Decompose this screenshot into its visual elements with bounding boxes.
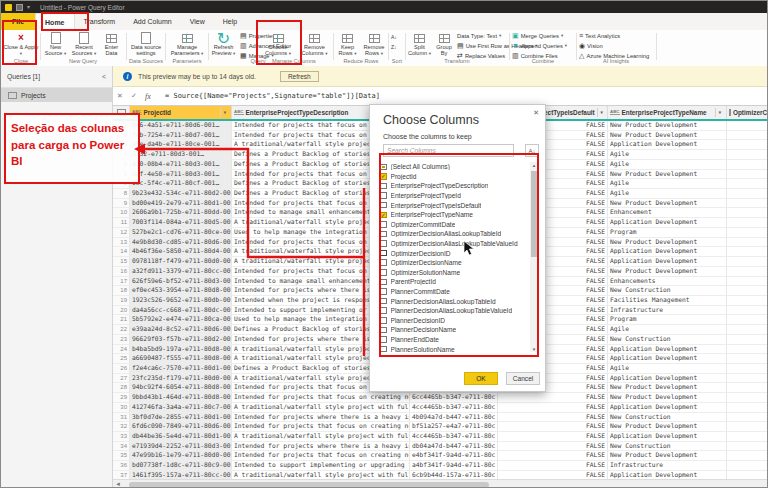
cell[interactable]: 17: [113, 277, 130, 286]
column-item[interactable]: ✓EnterpriseProjectTypeName: [380, 210, 538, 220]
checkbox-icon[interactable]: ✓: [380, 212, 387, 219]
column-header-commitdate[interactable]: OptimizerCommitDat: [727, 106, 768, 119]
cell[interactable]: Intended for projects that focus on crea…: [232, 393, 410, 402]
cell[interactable]: a6690487-f555-e711-80d8-001…: [130, 354, 232, 363]
cell[interactable]: New Construction: [608, 286, 727, 295]
column-item[interactable]: OptimizerDecisionAliasLookupTableValueId: [380, 239, 538, 249]
cell[interactable]: [727, 286, 768, 295]
dialog-scrollbar-thumb[interactable]: [531, 171, 537, 257]
cell[interactable]: Application Development: [608, 403, 727, 412]
checkbox-icon[interactable]: [380, 221, 387, 228]
cell[interactable]: FALSE: [498, 432, 608, 441]
cell[interactable]: 47e99b16-1e79-e711-80d0-001…: [130, 451, 232, 460]
cell[interactable]: db44be36-5e4d-e711-80d1-001…: [130, 432, 232, 441]
cell[interactable]: New Construction: [608, 335, 727, 344]
cell[interactable]: 1461f395-157a-e711-80cc-001…: [130, 471, 232, 479]
cell[interactable]: 26: [113, 364, 130, 373]
cell[interactable]: New Product Development: [608, 121, 727, 130]
cell[interactable]: 6cb9b44d-157a-e711-80c: [410, 471, 498, 479]
cell[interactable]: 9b23e432-534c-e711-80d2-001…: [130, 189, 232, 198]
cell[interactable]: A traditional/waterfall style project wi…: [232, 432, 410, 441]
cell[interactable]: 94bc92f4-6054-e711-80d8-001…: [130, 383, 232, 392]
cell[interactable]: a32fd911-3379-e711-80cc-001…: [130, 267, 232, 276]
cell[interactable]: [727, 131, 768, 140]
cell[interactable]: Enhancements: [608, 277, 727, 286]
cell[interactable]: New Product Development: [608, 238, 727, 247]
cell[interactable]: [727, 345, 768, 354]
cell[interactable]: Intended for projects that focus on crea…: [232, 451, 410, 460]
keep-rows-button[interactable]: Keep Rows ▾: [335, 31, 360, 57]
cell[interactable]: [727, 267, 768, 276]
table-row[interactable]: 326fd6c090-7849-e711-80d6-001…Intended f…: [113, 422, 768, 432]
cell[interactable]: 20: [113, 306, 130, 315]
cell[interactable]: FALSE: [498, 403, 608, 412]
column-item[interactable]: PlannerEndDate: [380, 335, 538, 345]
cell[interactable]: f4b-7254-e711-80d7-001…: [130, 131, 232, 140]
checkbox-icon[interactable]: [380, 279, 387, 286]
table-row[interactable]: 33db44be36-5e4d-e711-80d1-001…A traditio…: [113, 432, 768, 442]
quick-access-caret-icon[interactable]: ▾: [27, 4, 30, 10]
cell[interactable]: [727, 471, 768, 479]
scroll-left-icon[interactable]: ◄: [115, 481, 121, 487]
checkbox-icon[interactable]: [380, 202, 387, 209]
cell[interactable]: A traditional/waterfall style project wi…: [232, 403, 410, 412]
cell[interactable]: New Product Development: [608, 383, 727, 392]
collapse-panel-icon[interactable]: <: [102, 73, 106, 80]
table-row[interactable]: 299bbd43b1-464d-e711-80d8-001…Intended f…: [113, 393, 768, 403]
cell[interactable]: FALSE: [498, 471, 608, 479]
cell[interactable]: [727, 374, 768, 383]
scroll-down-icon[interactable]: ▾: [530, 346, 538, 352]
cell[interactable]: Agile: [608, 150, 727, 159]
cell[interactable]: 11: [113, 218, 130, 227]
checkbox-icon[interactable]: [380, 183, 387, 190]
ok-button[interactable]: OK: [464, 372, 498, 385]
tab-help[interactable]: Help: [214, 13, 246, 30]
cell[interactable]: 0ec-5f4c-e711-80cf-001…: [130, 179, 232, 188]
text-analytics-button[interactable]: ≡Text Analytics: [579, 31, 620, 40]
cell[interactable]: bd07738f-1d8c-e711-80c9-001…: [130, 461, 232, 470]
checkbox-icon[interactable]: [380, 346, 387, 353]
remove-rows-button[interactable]: Remove Rows ▾: [361, 31, 387, 57]
cell[interactable]: Application Development: [608, 374, 727, 383]
cell[interactable]: [727, 140, 768, 149]
cell[interactable]: [727, 422, 768, 431]
cell[interactable]: 4b46f36e-5850-e711-80d4-001…: [130, 247, 232, 256]
cell[interactable]: Intended for projects that focus on crea…: [232, 422, 410, 431]
cell[interactable]: New Product Development: [608, 393, 727, 402]
scroll-up-icon[interactable]: ▴: [530, 162, 538, 168]
cell[interactable]: [727, 325, 768, 334]
enter-data-button[interactable]: Enter Data: [99, 31, 124, 56]
cell[interactable]: Agile: [608, 364, 727, 373]
cell[interactable]: New Product Development: [608, 267, 727, 276]
append-queries-button[interactable]: ▼Append Queries ▾: [512, 41, 567, 50]
cell[interactable]: 19: [113, 296, 130, 305]
cell[interactable]: 23: [113, 335, 130, 344]
cell[interactable]: [727, 403, 768, 412]
recent-sources-button[interactable]: Recent Sources ▾: [70, 31, 98, 57]
cell[interactable]: Infrastructure: [608, 306, 727, 315]
query-item-projects[interactable]: Projects: [1, 88, 112, 102]
cell[interactable]: 626f59e6-bf52-e711-80d3-001…: [130, 277, 232, 286]
split-column-button[interactable]: Split Column ▾: [407, 31, 432, 57]
cell[interactable]: [727, 170, 768, 179]
sort-ascending-button[interactable]: A↓: [391, 32, 397, 41]
cell[interactable]: 3bf0d7de-2855-e711-80d1-001…: [130, 413, 232, 422]
checkbox-icon[interactable]: [380, 298, 387, 305]
column-item[interactable]: OptimizerDecisionID: [380, 248, 538, 258]
checkbox-icon[interactable]: ✓: [380, 173, 387, 180]
cell[interactable]: FALSE: [498, 422, 608, 431]
cell[interactable]: e4bf341f-9a4d-e711-80c: [410, 451, 498, 460]
table-row[interactable]: 36bd07738f-1d8c-e711-80c9-001…Intended t…: [113, 461, 768, 471]
cell[interactable]: New Product Development: [608, 170, 727, 179]
manage-parameters-button[interactable]: Manage Parameters ▾: [167, 31, 207, 57]
cell[interactable]: 13: [113, 238, 130, 247]
cell[interactable]: [727, 218, 768, 227]
vision-button[interactable]: ◉Vision: [579, 41, 603, 50]
new-source-button[interactable]: New Source ▾: [42, 31, 69, 57]
cell[interactable]: [727, 277, 768, 286]
cell[interactable]: bf51a257-e4a7-e711-80c: [410, 422, 498, 431]
cell[interactable]: 527be2c1-cd76-e711-80ce-001…: [130, 228, 232, 237]
cell[interactable]: [727, 199, 768, 208]
cell[interactable]: [727, 364, 768, 373]
sort-descending-button[interactable]: Z↓: [391, 42, 397, 51]
